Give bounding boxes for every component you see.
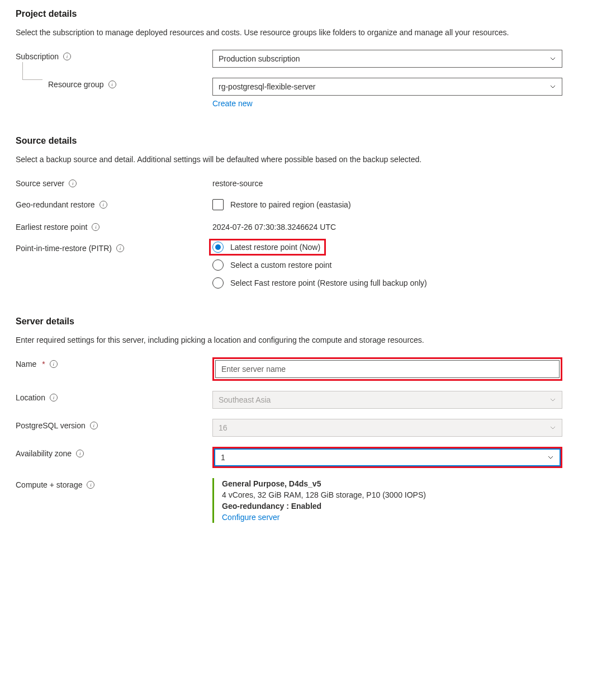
server-details-desc: Enter required settings for this server,… <box>16 334 600 346</box>
chevron-down-icon <box>549 424 556 431</box>
pg-version-label: PostgreSQL version <box>16 421 86 430</box>
info-icon[interactable]: i <box>92 223 99 231</box>
subscription-label: Subscription <box>16 52 59 61</box>
radio-icon <box>212 259 224 271</box>
location-value: Southeast Asia <box>219 395 271 404</box>
resource-group-value: rg-postgresql-flexible-server <box>219 82 316 91</box>
info-icon[interactable]: i <box>90 422 98 429</box>
chevron-down-icon <box>549 55 556 62</box>
availability-zone-dropdown[interactable]: 1 <box>214 448 561 466</box>
earliest-restore-label: Earliest restore point <box>16 223 87 232</box>
pitr-radio-custom[interactable]: Select a custom restore point <box>212 259 562 271</box>
create-new-link[interactable]: Create new <box>212 99 253 108</box>
geo-redundant-label: Geo-redundant restore <box>16 200 95 209</box>
chevron-down-icon <box>549 83 556 90</box>
location-label: Location <box>16 393 45 402</box>
info-icon[interactable]: i <box>99 201 107 209</box>
radio-icon <box>212 242 224 253</box>
location-dropdown: Southeast Asia <box>212 391 562 409</box>
pg-version-value: 16 <box>219 423 228 432</box>
info-icon[interactable]: i <box>87 481 94 489</box>
compute-sku-title: General Purpose, D4ds_v5 <box>222 479 562 488</box>
resource-group-label: Resource group <box>48 80 104 89</box>
required-asterisk: * <box>42 360 45 369</box>
chevron-down-icon <box>549 396 556 403</box>
configure-server-link[interactable]: Configure server <box>222 513 280 522</box>
source-server-label: Source server <box>16 179 64 188</box>
earliest-restore-value: 2024-07-26 07:30:38.3246624 UTC <box>212 220 562 232</box>
project-details-desc: Select the subscription to manage deploy… <box>16 27 600 39</box>
pitr-option-label: Select Fast restore point (Restore using… <box>230 278 427 287</box>
info-icon[interactable]: i <box>63 53 71 60</box>
tree-indent-line <box>22 62 42 80</box>
resource-group-dropdown[interactable]: rg-postgresql-flexible-server <box>212 78 562 96</box>
geo-restore-checkbox[interactable] <box>212 199 224 210</box>
source-details-desc: Select a backup source and detail. Addit… <box>16 154 600 166</box>
radio-icon <box>212 277 224 289</box>
pitr-label: Point-in-time-restore (PITR) <box>16 244 112 253</box>
source-details-heading: Source details <box>16 136 600 146</box>
info-icon[interactable]: i <box>108 81 116 88</box>
availability-zone-highlight: 1 <box>212 447 562 468</box>
availability-zone-label: Availability zone <box>16 449 72 458</box>
geo-restore-checkbox-label: Restore to paired region (eastasia) <box>230 200 351 209</box>
pitr-option-label: Select a custom restore point <box>230 261 331 270</box>
pitr-radio-group: Latest restore point (Now) Select a cust… <box>212 242 562 289</box>
info-icon[interactable]: i <box>50 360 58 368</box>
pitr-radio-fast[interactable]: Select Fast restore point (Restore using… <box>212 277 562 289</box>
chevron-down-icon <box>547 454 554 461</box>
server-name-highlight <box>212 357 562 381</box>
info-icon[interactable]: i <box>76 450 84 457</box>
subscription-dropdown[interactable]: Production subscription <box>212 50 562 68</box>
server-name-input[interactable] <box>215 360 560 378</box>
compute-spec: 4 vCores, 32 GiB RAM, 128 GiB storage, P… <box>222 490 562 499</box>
pg-version-dropdown: 16 <box>212 419 562 437</box>
info-icon[interactable]: i <box>69 179 77 187</box>
source-server-value: restore-source <box>212 177 562 188</box>
compute-storage-summary: General Purpose, D4ds_v5 4 vCores, 32 Gi… <box>212 478 562 523</box>
info-icon[interactable]: i <box>116 244 124 252</box>
server-name-label: Name <box>16 360 36 369</box>
compute-storage-label: Compute + storage <box>16 480 82 489</box>
compute-geo: Geo-redundancy : Enabled <box>222 502 562 511</box>
subscription-value: Production subscription <box>219 54 300 63</box>
info-icon[interactable]: i <box>50 394 58 401</box>
pitr-radio-latest[interactable]: Latest restore point (Now) <box>212 242 323 253</box>
availability-zone-value: 1 <box>221 453 225 462</box>
project-details-heading: Project details <box>16 9 600 19</box>
pitr-option-label: Latest restore point (Now) <box>230 243 320 252</box>
server-details-heading: Server details <box>16 316 600 327</box>
